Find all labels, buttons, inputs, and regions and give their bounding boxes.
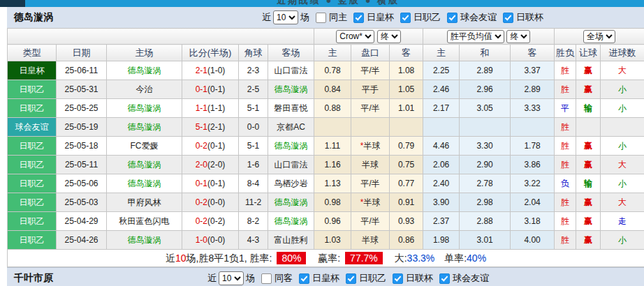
- league-checkbox[interactable]: [346, 273, 356, 284]
- score-cell: 0-1(0-1): [182, 80, 239, 99]
- away-team-cell[interactable]: 德岛漩涡: [268, 212, 314, 231]
- home-team-cell[interactable]: 德岛漩涡: [107, 156, 182, 174]
- europe-lose-cell: 3.37: [511, 61, 555, 80]
- league-label: 日联杯: [516, 11, 543, 24]
- away-team-cell[interactable]: 山口雷法: [268, 61, 314, 80]
- odds-state-select[interactable]: 终: [377, 30, 401, 43]
- result-cell: 负: [555, 174, 576, 193]
- col-europe-draw: 和: [460, 45, 511, 61]
- home-team-cell[interactable]: 德岛漩涡: [107, 61, 182, 80]
- match-date-cell: 25-05-19: [57, 118, 107, 137]
- home-team-cell[interactable]: 甲府风林: [107, 193, 182, 212]
- europe-source-select[interactable]: 胜平负均值: [447, 30, 504, 43]
- league-checkbox[interactable]: [439, 273, 450, 284]
- fulltime-score: 2-1: [196, 66, 207, 75]
- home-team-cell[interactable]: 秋田蓝色闪电: [107, 212, 182, 231]
- score-cell: 0-1(0-1): [182, 174, 239, 193]
- handicap-text: 半球: [363, 141, 380, 151]
- single-rate-label: 单率:: [444, 253, 467, 264]
- europe-state-select[interactable]: 终: [506, 30, 530, 43]
- halftime-score: (2-0): [207, 160, 225, 170]
- same-home-label: 同主: [329, 11, 347, 24]
- europe-win-cell: 2.37: [423, 212, 460, 231]
- corner-cell: 0-0: [239, 118, 268, 137]
- league-checkbox[interactable]: [393, 273, 403, 284]
- match-row: 日职乙 25-04-29 秋田蓝色闪电 0-2(0-2) 8-2 德岛漩涡 0.…: [8, 212, 644, 231]
- col-away: 客场: [268, 45, 314, 61]
- home-team-cell[interactable]: FC爱媛: [107, 137, 182, 156]
- recent-results-table: Crow* 终 胜平负均值 终 全场 类型 日期 主场 比分(半场) 角球 客场…: [7, 28, 644, 267]
- col-goals: 进球数: [601, 45, 644, 61]
- europe-draw-cell: 2.78: [460, 174, 511, 193]
- handicap-result-cell: 输: [576, 99, 601, 118]
- europe-win-cell: 1.98: [423, 231, 460, 250]
- let-rate-badge: 77.7%: [345, 252, 383, 264]
- near-label: 近: [207, 272, 217, 285]
- team-title: 德岛漩涡: [14, 11, 53, 24]
- away-team-cell[interactable]: 德岛漩涡: [268, 193, 314, 212]
- match-type-cell: 日职乙: [8, 174, 57, 193]
- col-date: 日期: [57, 45, 107, 61]
- single-rate-value: 40%: [467, 253, 486, 264]
- europe-win-cell: 2.17: [423, 99, 460, 118]
- away-team-cell[interactable]: 京都AC: [268, 118, 314, 137]
- odds-away-cell: 0.75: [390, 156, 423, 174]
- league-checkbox[interactable]: [299, 273, 309, 284]
- near-label: 近: [262, 11, 271, 24]
- fulltime-score: 0-2: [196, 141, 207, 151]
- odds-source-select[interactable]: Crow*: [336, 30, 374, 43]
- same-home-checkbox[interactable]: [316, 13, 326, 23]
- col-odds-away: 客: [390, 45, 423, 61]
- match-row: 日职乙 25-05-25 德岛漩涡 1-1(1-1) 5-1 磐田喜悦 0.88…: [8, 99, 644, 118]
- col-odds-home: 主: [314, 45, 351, 61]
- handicap-cell: 平/半: [351, 61, 390, 80]
- europe-win-cell: 2.06: [423, 156, 460, 174]
- away-team-cell[interactable]: 磐田喜悦: [268, 99, 314, 118]
- home-team-cell[interactable]: 德岛漩涡: [107, 118, 182, 137]
- home-team-cell[interactable]: 德岛漩涡: [107, 231, 182, 250]
- away-team-cell[interactable]: 德岛漩涡: [268, 137, 314, 156]
- same-away-checkbox[interactable]: [261, 273, 272, 284]
- home-team-cell[interactable]: 德岛漩涡: [107, 174, 182, 193]
- next-team-strip: 千叶市原 近 10 场 同客 日皇杯 日职乙 日联杯 球会友谊: [7, 267, 644, 286]
- away-team-cell[interactable]: 富山胜利: [268, 231, 314, 250]
- handicap-text: 平/半: [360, 103, 379, 113]
- match-type-cell: 球会友谊: [8, 118, 57, 137]
- handicap-result-cell: 赢: [576, 61, 601, 80]
- match-row: 日职乙 25-05-06 德岛漩涡 0-1(0-1) 8-4 鸟栖沙岩 1.13…: [8, 174, 644, 193]
- away-team-cell[interactable]: 鸟栖沙岩: [268, 174, 314, 193]
- home-team-cell[interactable]: 德岛漩涡: [107, 99, 182, 118]
- league-label: 日职乙: [359, 272, 386, 285]
- odds-away-cell: 0.91: [390, 193, 423, 212]
- fulltime-score: 0-1: [196, 179, 207, 188]
- europe-lose-cell: 3.22: [511, 174, 555, 193]
- games-count-select[interactable]: 10: [273, 10, 298, 24]
- league-checkbox[interactable]: [447, 13, 458, 23]
- handicap-text: 半球: [362, 235, 379, 245]
- scope-select[interactable]: 全场: [583, 30, 615, 43]
- halftime-score: (0-1): [207, 179, 225, 188]
- group-header-europe-odds: 胜平负均值 终: [423, 29, 555, 45]
- next-team-title: 千叶市原: [14, 272, 53, 285]
- score-cell: 1-1(1-1): [182, 99, 239, 118]
- odds-away-cell: 0.86: [390, 231, 423, 250]
- league-checkbox[interactable]: [400, 13, 411, 23]
- home-team-cell[interactable]: 今治: [107, 80, 182, 99]
- away-team-cell[interactable]: 德岛漩涡: [268, 80, 314, 99]
- handicap-result-cell: [576, 118, 601, 137]
- score-cell: 5-1(2-1): [182, 118, 239, 137]
- europe-lose-cell: 2.89: [511, 80, 555, 99]
- games-count-select[interactable]: 10: [219, 271, 244, 285]
- league-checkbox[interactable]: [353, 13, 364, 23]
- match-type-cell: 日职乙: [8, 137, 57, 156]
- corner-cell: 5-1: [239, 137, 268, 156]
- col-handicap: 盘口: [351, 45, 390, 61]
- europe-draw-cell: 3.01: [460, 231, 511, 250]
- match-row: 日皇杯 25-06-11 德岛漩涡 2-1(1-0) 2-3 山口雷法 0.78…: [8, 61, 644, 80]
- europe-draw-cell: 2.90: [460, 156, 511, 174]
- corner-cell: 1-6: [239, 156, 268, 174]
- league-checkbox[interactable]: [503, 13, 513, 23]
- away-team-cell[interactable]: 山口雷法: [268, 156, 314, 174]
- odds-home-cell: 0.78: [314, 61, 351, 80]
- league-label: 日职乙: [414, 11, 441, 24]
